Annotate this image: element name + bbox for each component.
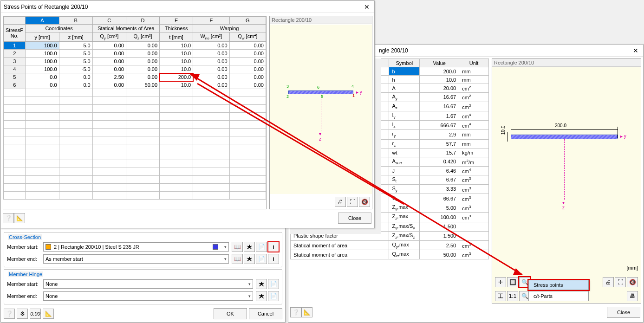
value-cell[interactable]: 2.9	[420, 130, 459, 139]
symbol-cell[interactable]: Az	[389, 102, 420, 111]
cell[interactable]: 0.0	[59, 81, 92, 89]
cs-end-combo[interactable]: As member start	[43, 254, 229, 264]
cell[interactable]: 0.00	[193, 42, 229, 50]
row-header[interactable]: 2	[4, 50, 26, 58]
cell[interactable]: -5.0	[59, 65, 92, 73]
cell[interactable]: 10.0	[160, 50, 193, 58]
mute-icon[interactable]: 🔇	[359, 197, 370, 207]
cell[interactable]: 10.0	[160, 42, 193, 50]
row-header[interactable]: 1	[4, 42, 26, 50]
cell[interactable]: 5.0	[59, 50, 92, 58]
value-cell[interactable]: 200.0	[420, 67, 459, 76]
export-icon[interactable]: 🖨	[335, 197, 346, 207]
new-cs-button[interactable]: 🟊	[244, 242, 255, 252]
cell[interactable]: 10.0	[160, 58, 193, 65]
value-cell[interactable]: 1.500	[420, 222, 459, 231]
value-cell[interactable]: 1.500	[420, 231, 459, 240]
edit-button[interactable]: 📄	[256, 242, 267, 252]
value-cell[interactable]: 2.50	[420, 240, 459, 250]
fit-icon[interactable]: ⛶	[615, 277, 626, 287]
ok-button[interactable]: OK	[214, 308, 247, 319]
cell[interactable]: -100.0	[26, 50, 59, 58]
edit-button-2[interactable]: 📄	[256, 254, 267, 264]
row-header[interactable]: 4	[4, 65, 26, 73]
symbol-cell[interactable]: ry	[389, 130, 420, 139]
fit-icon[interactable]: ⛶	[347, 197, 358, 207]
cell[interactable]: 0.00	[193, 50, 229, 58]
section-icon[interactable]: 工	[495, 291, 506, 301]
symbol-cell[interactable]: Qz,max	[389, 250, 420, 259]
help-icon[interactable]: ❔	[3, 213, 14, 223]
cell[interactable]: 0.00	[229, 73, 266, 81]
edit-hinge-button[interactable]: 📄	[268, 279, 279, 289]
symbol-cell[interactable]: b	[389, 67, 420, 76]
cell[interactable]: 50.00	[126, 81, 159, 89]
symbol-cell[interactable]: Iz	[389, 121, 420, 130]
cell[interactable]: 10.0	[160, 65, 193, 73]
value-cell[interactable]: 666.67	[420, 121, 459, 130]
symbol-cell[interactable]: Qy,max	[389, 240, 420, 250]
value-cell[interactable]: 6.46	[420, 166, 459, 175]
close-icon[interactable]: ✕	[631, 46, 640, 55]
library-button-2[interactable]: 📖	[232, 254, 243, 264]
value-cell[interactable]: 3.33	[420, 184, 459, 194]
symbol-cell[interactable]: Iy	[389, 111, 420, 121]
cancel-button[interactable]: Cancel	[249, 308, 282, 319]
cell[interactable]: 10.0	[160, 81, 193, 89]
symbol-cell[interactable]: Zz,max	[389, 213, 420, 222]
settings-icon[interactable]: ⚙	[17, 309, 28, 319]
cell[interactable]: 100.0	[26, 65, 59, 73]
symbol-cell[interactable]: Zz,max/Sz	[389, 231, 420, 240]
symbol-cell[interactable]: rz	[389, 139, 420, 149]
value-cell[interactable]: 10.0	[420, 76, 459, 84]
cell[interactable]: 5.0	[59, 42, 92, 50]
cs-start-combo[interactable]: 2 | Rectangle 200/10 | Steel S 235 JR	[43, 242, 229, 252]
value-cell[interactable]: 6.67	[420, 175, 459, 184]
tool-icon[interactable]: 📐	[43, 309, 54, 319]
symbol-cell[interactable]: J	[389, 166, 420, 175]
cell[interactable]: 0.00	[126, 42, 159, 50]
cell[interactable]: 0.00	[229, 50, 266, 58]
units-icon[interactable]: 0.00	[30, 309, 41, 319]
value-cell[interactable]: 20.00	[420, 84, 459, 93]
cell[interactable]: 0.00	[92, 81, 126, 89]
cell[interactable]: -5.0	[59, 58, 92, 65]
ctparts-item[interactable]: c/t-Parts	[529, 291, 588, 301]
symbol-cell[interactable]: Ay	[389, 92, 420, 102]
help-icon[interactable]: ❔	[4, 309, 15, 319]
info-button-2[interactable]: i	[268, 254, 279, 264]
cell[interactable]: 0.00	[126, 73, 159, 81]
edit-hinge-button-2[interactable]: 📄	[268, 291, 279, 301]
symbol-cell[interactable]: Sz	[389, 194, 420, 203]
close-icon[interactable]: ✕	[362, 2, 371, 12]
value-cell[interactable]: 5.00	[420, 203, 459, 213]
cell[interactable]: 0.0	[26, 81, 59, 89]
cell[interactable]: 0.00	[193, 58, 229, 65]
export-icon[interactable]: 🖨	[603, 277, 614, 287]
cell[interactable]: 0.00	[92, 58, 126, 65]
symbol-cell[interactable]: Asurf	[389, 157, 420, 166]
row-header[interactable]: 5	[4, 73, 26, 81]
value-cell[interactable]: 100.00	[420, 213, 459, 222]
close-button[interactable]: Close	[338, 213, 371, 224]
dim-icon[interactable]: 1:1	[507, 291, 518, 301]
symbol-cell[interactable]: Zy,max/Sy	[389, 222, 420, 231]
cell[interactable]: 0.00	[229, 81, 266, 89]
row-header[interactable]: 6	[4, 81, 26, 89]
row-header[interactable]: 3	[4, 58, 26, 65]
axes-icon[interactable]: ✛	[495, 277, 506, 287]
mute-icon[interactable]: 🔇	[627, 277, 638, 287]
cell[interactable]: 100.0	[26, 42, 59, 50]
tool-icon[interactable]: 📐	[301, 307, 312, 317]
value-cell[interactable]: 16.67	[420, 102, 459, 111]
cell[interactable]: 0.00	[229, 58, 266, 65]
cell[interactable]: 2.50	[92, 73, 126, 81]
symbol-cell[interactable]: wt	[389, 149, 420, 157]
cell[interactable]: 0.00	[229, 42, 266, 50]
cell[interactable]: 200.0	[160, 73, 193, 81]
new-hinge-button-2[interactable]: 🟊	[256, 291, 267, 301]
symbol-cell[interactable]: h	[389, 76, 420, 84]
value-cell[interactable]: 1.67	[420, 111, 459, 121]
value-cell[interactable]: 0.420	[420, 157, 459, 166]
cell[interactable]: 0.0	[59, 73, 92, 81]
